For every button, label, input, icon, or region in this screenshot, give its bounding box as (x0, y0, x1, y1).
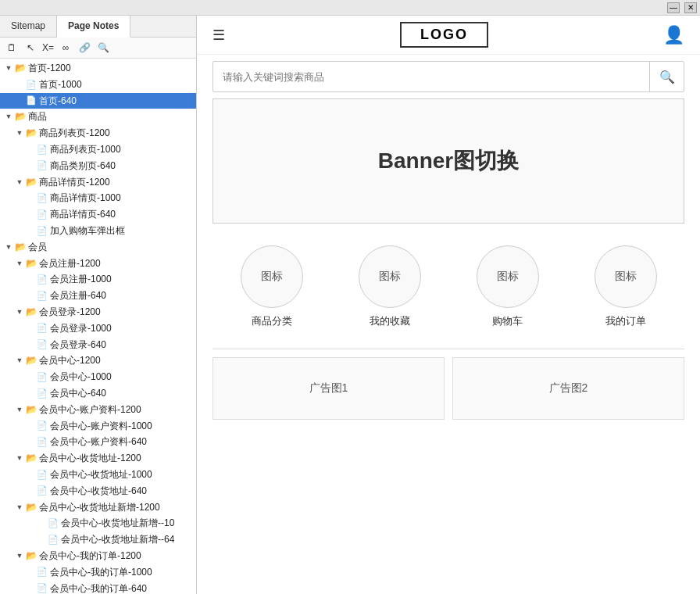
tree-item-member-address-new-10[interactable]: 📄会员中心-收货地址新增--10 (0, 515, 196, 531)
banner-area: Banner图切换 (212, 98, 684, 224)
file-icon: 📄 (36, 291, 48, 302)
file-icon: 📄 (36, 583, 48, 594)
tree-item-member-login-1200[interactable]: ▼📂会员登录-1200 (0, 304, 196, 320)
tree-item-member-center-640[interactable]: 📄会员中心-640 (0, 385, 196, 402)
tree-item-home-640[interactable]: 📄首页-640 (0, 93, 196, 109)
tree-item-label: 会员登录-1000 (50, 322, 112, 335)
expand-icon[interactable]: ▼ (14, 258, 25, 269)
search-input[interactable] (213, 65, 649, 89)
tree-item-member-order-640[interactable]: 📄会员中心-我的订单-640 (0, 581, 196, 595)
file-icon: 📄 (36, 485, 48, 496)
expand-icon[interactable]: ▼ (14, 177, 25, 188)
tree-item-product-detail-1200[interactable]: ▼📂商品详情页-1200 (0, 174, 196, 191)
tree-item-label: 会员注册-1000 (50, 273, 112, 286)
tree-item-home-1000[interactable]: 📄首页-1000 (0, 77, 196, 93)
tab-sitemap[interactable]: Sitemap (0, 16, 57, 37)
expand-icon[interactable]: ▼ (14, 306, 25, 317)
tree-item-label: 会员中心-收货地址新增--64 (61, 533, 174, 546)
file-icon: 📄 (36, 160, 48, 171)
tree-item-member-account-1200[interactable]: ▼📂会员中心-账户资料-1200 (0, 402, 196, 418)
tree-item-member-address-1200[interactable]: ▼📂会员中心-收货地址-1200 (0, 450, 196, 467)
tree-item-product-list-1200[interactable]: ▼📂商品列表页-1200 (0, 125, 196, 141)
tree-item-member-address-new-64[interactable]: 📄会员中心-收货地址新增--64 (0, 531, 196, 548)
icon-label-category: 商品分类 (252, 314, 292, 328)
file-icon: 📄 (36, 225, 48, 236)
tree-item-product-detail-640[interactable]: 📄商品详情页-640 (0, 206, 196, 223)
tree-item-member[interactable]: ▼📂会员 (0, 239, 196, 256)
folder-icon: 📂 (25, 550, 38, 561)
tree-item-products[interactable]: ▼📂商品 (0, 109, 196, 125)
tree-item-product-category-640[interactable]: 📄商品类别页-640 (0, 158, 196, 174)
infinity-icon: ∞ (59, 41, 73, 55)
tree-item-label: 会员 (28, 241, 47, 254)
tree-item-member-address-640[interactable]: 📄会员中心-收货地址-640 (0, 483, 196, 499)
tree-item-add-cart[interactable]: 📄加入购物车弹出框 (0, 223, 196, 239)
tree-item-label: 会员登录-1200 (39, 306, 101, 319)
icon-item-favorites[interactable]: 图标我的收藏 (359, 245, 421, 328)
circle-icon-cart: 图标 (477, 245, 539, 308)
folder-icon: 📂 (25, 177, 38, 188)
file-icon: 📄 (36, 209, 48, 220)
tree-item-label: 会员中心-我的订单-640 (50, 582, 147, 595)
hamburger-icon[interactable]: ☰ (212, 27, 225, 44)
icon-label-orders: 我的订单 (605, 314, 646, 328)
expand-icon[interactable]: ▼ (14, 453, 25, 464)
file-icon: 📄 (36, 274, 48, 285)
link-icon[interactable]: 🔗 (77, 41, 91, 55)
circle-icon-category: 图标 (241, 245, 303, 308)
tree-item-label: 会员中心-收货地址-640 (50, 485, 147, 498)
expand-icon[interactable]: ▼ (14, 356, 25, 367)
expand-icon[interactable]: ▼ (3, 112, 14, 123)
tree-item-member-login-640[interactable]: 📄会员登录-640 (0, 337, 196, 353)
tree-item-member-login-1000[interactable]: 📄会员登录-1000 (0, 320, 196, 337)
icon-item-cart[interactable]: 图标购物车 (477, 245, 539, 328)
tree-item-member-register-640[interactable]: 📄会员注册-640 (0, 288, 196, 304)
tree-item-member-address-1000[interactable]: 📄会员中心-收货地址-1000 (0, 467, 196, 483)
user-icon[interactable]: 👤 (663, 25, 684, 45)
tab-pagenotes[interactable]: Page Notes (57, 16, 130, 38)
tree-item-member-center-1200[interactable]: ▼📂会员中心-1200 (0, 352, 196, 369)
expand-icon[interactable]: ▼ (3, 63, 14, 73)
tree-item-member-account-640[interactable]: 📄会员中心-账户资料-640 (0, 434, 196, 450)
file-icon: 📄 (47, 535, 59, 546)
tree-item-label: 商品列表页-1000 (50, 143, 121, 156)
tree-item-label: 会员登录-640 (50, 338, 106, 352)
expand-icon[interactable]: ▼ (14, 550, 25, 561)
tree-item-label: 商品列表页-1200 (39, 127, 110, 140)
cursor-icon[interactable]: ↖ (23, 41, 38, 55)
tree-item-label: 会员中心-收货地址新增-1200 (39, 501, 160, 514)
tree-item-member-order-1000[interactable]: 📄会员中心-我的订单-1000 (0, 564, 196, 581)
tree-item-member-register-1200[interactable]: ▼📂会员注册-1200 (0, 256, 196, 272)
tree-item-label: 会员中心-640 (50, 387, 106, 400)
tree-item-member-center-1000[interactable]: 📄会员中心-1000 (0, 369, 196, 385)
search-icon[interactable]: 🔍 (96, 41, 110, 55)
search-button[interactable]: 🔍 (649, 62, 684, 91)
icon-label-cart: 购物车 (492, 314, 523, 328)
circle-icon-favorites: 图标 (359, 245, 421, 308)
tree-item-member-account-1000[interactable]: 📄会员中心-账户资料-1000 (0, 418, 196, 435)
expand-icon[interactable]: ▼ (3, 242, 14, 252)
folder-icon: 📂 (25, 356, 38, 367)
tree-item-product-list-1000[interactable]: 📄商品列表页-1000 (0, 141, 196, 158)
tree-item-label: 商品详情页-1000 (50, 191, 121, 205)
tree-item-member-register-1000[interactable]: 📄会员注册-1000 (0, 271, 196, 288)
tree-item-label: 首页-1000 (39, 78, 82, 91)
tree-item-product-detail-1000[interactable]: 📄商品详情页-1000 (0, 190, 196, 206)
expand-icon[interactable]: ▼ (14, 404, 25, 415)
icon-item-category[interactable]: 图标商品分类 (241, 245, 303, 328)
folder-icon: 📂 (25, 404, 38, 415)
ad-box-ad2: 广告图2 (452, 357, 684, 420)
left-panel: Sitemap Page Notes 🗒 ↖ X= ∞ 🔗 🔍 ▼📂首页-120… (0, 16, 197, 594)
expand-icon[interactable]: ▼ (14, 502, 25, 513)
search-bar: 🔍 (212, 61, 684, 92)
file-icon[interactable]: 🗒 (5, 41, 19, 55)
tree-item-label: 首页-1200 (28, 62, 71, 75)
tree-item-member-address-new-1200[interactable]: ▼📂会员中心-收货地址新增-1200 (0, 499, 196, 516)
minimize-button[interactable]: — (667, 2, 680, 13)
icon-item-orders[interactable]: 图标我的订单 (595, 245, 657, 328)
expand-icon[interactable]: ▼ (14, 128, 25, 139)
tree-item-home-1200[interactable]: ▼📂首页-1200 (0, 60, 196, 77)
close-button[interactable]: ✕ (684, 2, 697, 13)
tree-item-label: 会员中心-我的订单-1200 (39, 549, 141, 563)
tree-item-member-order-1200[interactable]: ▼📂会员中心-我的订单-1200 (0, 548, 196, 564)
